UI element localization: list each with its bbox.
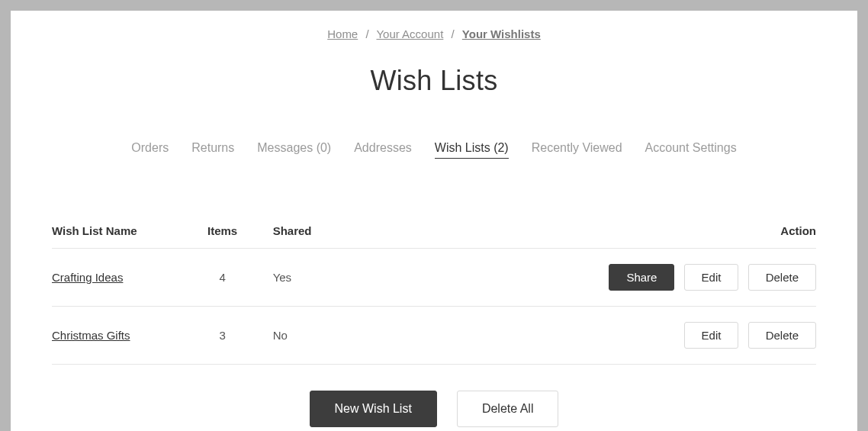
tab-addresses[interactable]: Addresses <box>354 141 412 159</box>
delete-button[interactable]: Delete <box>748 322 816 349</box>
tab-recently-viewed[interactable]: Recently Viewed <box>532 141 622 159</box>
page-title: Wish Lists <box>52 65 816 97</box>
col-header-action: Action <box>513 224 816 249</box>
tab-orders[interactable]: Orders <box>131 141 169 159</box>
page-container: Home / Your Account / Your Wishlists Wis… <box>11 11 857 431</box>
footer-actions: New Wish List Delete All <box>52 391 816 427</box>
breadcrumb-separator: / <box>452 27 455 40</box>
share-button[interactable]: Share <box>609 264 674 291</box>
tab-messages[interactable]: Messages (0) <box>257 141 331 159</box>
edit-button[interactable]: Edit <box>684 322 739 349</box>
table-row: Christmas Gifts 3 No Edit Delete <box>52 307 816 365</box>
breadcrumb-home[interactable]: Home <box>327 27 358 40</box>
new-wish-list-button[interactable]: New Wish List <box>310 391 437 427</box>
wishlist-shared-value: No <box>268 307 513 365</box>
col-header-name: Wish List Name <box>52 224 177 249</box>
delete-button[interactable]: Delete <box>748 264 816 291</box>
col-header-shared: Shared <box>268 224 513 249</box>
tab-wish-lists[interactable]: Wish Lists (2) <box>435 141 509 159</box>
wishlist-name-link[interactable]: Crafting Ideas <box>52 271 123 284</box>
table-row: Crafting Ideas 4 Yes Share Edit Delete <box>52 249 816 307</box>
wishlist-shared-value: Yes <box>268 249 513 307</box>
col-header-items: Items <box>177 224 268 249</box>
edit-button[interactable]: Edit <box>684 264 739 291</box>
wishlist-name-link[interactable]: Christmas Gifts <box>52 329 130 342</box>
breadcrumb-your-account[interactable]: Your Account <box>376 27 443 40</box>
delete-all-button[interactable]: Delete All <box>457 391 559 427</box>
breadcrumb: Home / Your Account / Your Wishlists <box>52 27 816 40</box>
tab-returns[interactable]: Returns <box>191 141 234 159</box>
wishlist-item-count: 3 <box>177 307 268 365</box>
wishlist-table: Wish List Name Items Shared Action Craft… <box>52 224 816 365</box>
tab-account-settings[interactable]: Account Settings <box>645 141 737 159</box>
table-header-row: Wish List Name Items Shared Action <box>52 224 816 249</box>
account-tabs: Orders Returns Messages (0) Addresses Wi… <box>52 141 816 159</box>
wishlist-item-count: 4 <box>177 249 268 307</box>
breadcrumb-separator: / <box>365 27 368 40</box>
breadcrumb-current: Your Wishlists <box>462 27 541 40</box>
